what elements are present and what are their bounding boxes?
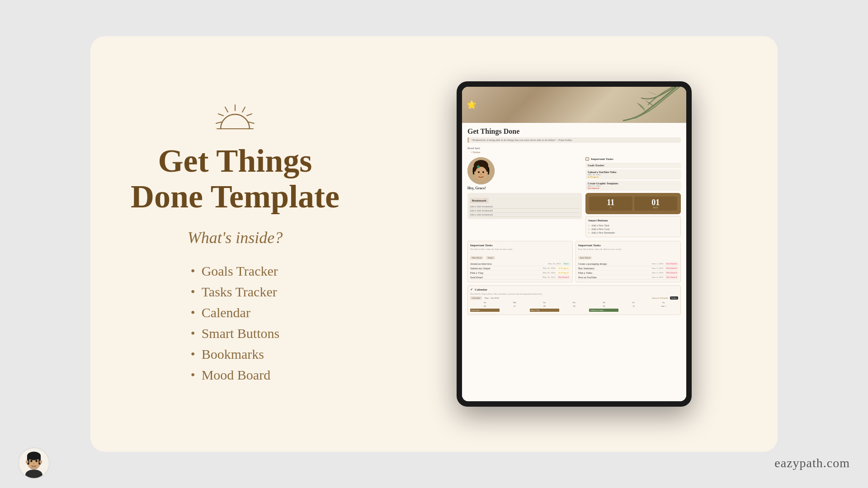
svg-point-23	[30, 460, 33, 462]
sun-emoji: 🌟	[467, 100, 476, 110]
svg-line-1	[225, 107, 228, 112]
cal-header-tu: Tu	[530, 301, 559, 304]
right-col: ✓ Important Tasks Goals Tracker Upload a…	[585, 157, 681, 237]
right-panel: 🌟 Get Things Done "Productivity is being…	[380, 36, 778, 452]
list-item-smart: Smart Buttons	[191, 323, 279, 344]
list-item-calendar: Calendar	[191, 302, 279, 323]
smart-buttons-section: Smart Buttons Add a New Task Add a New G…	[585, 216, 681, 237]
svg-line-2	[218, 114, 223, 116]
task-row-email: Send Email May 26, 2024 Not Started	[470, 275, 570, 280]
day-number: 11	[591, 198, 630, 206]
calendar-section: ✓ Calendar This Week's Tasks (Note: This…	[467, 285, 681, 315]
bookmark-item-1[interactable]: Add a link bookmark	[470, 205, 580, 209]
this-week-filter[interactable]: This Week	[470, 256, 483, 259]
task-ns-1: Not Started	[665, 262, 678, 265]
task-item-goals-tracker: Goals Tracker	[588, 164, 679, 167]
notion-link[interactable]: • Notion	[467, 151, 681, 154]
task-row-packaging: Create a packaging design June 1, 2024 N…	[578, 262, 678, 266]
this-week-title: Important Tasks	[470, 244, 570, 247]
date-widget: 11 Fr 01 MAY	[585, 193, 681, 214]
today-button[interactable]: Today	[670, 296, 678, 300]
list-item-goals: Goals Tracker	[191, 261, 279, 282]
cal-empty-1	[500, 308, 529, 312]
open-in-calendar-link[interactable]: Open in Calendar	[652, 297, 668, 299]
cal-event-submit: Submit my Output	[589, 308, 618, 312]
task-status-progress2: In Progress	[557, 271, 570, 274]
month-number: 01	[636, 198, 675, 206]
avatar-image	[467, 157, 495, 184]
svg-rect-26	[30, 467, 38, 469]
svg-point-13	[482, 171, 484, 173]
cal-event-film: Film a Vlog	[530, 308, 559, 312]
month-box: 01 MAY	[634, 197, 677, 211]
tablet-header-image: 🌟	[462, 87, 686, 123]
cal-day-28: 28	[530, 305, 559, 308]
main-title: Get Things Done Template	[131, 143, 340, 215]
list-item-tasks: Tasks Tracker	[191, 282, 279, 302]
task-1-status: In Progress	[588, 176, 679, 178]
cal-day-31: 31	[619, 305, 648, 308]
bookmark-item-3[interactable]: Add a link bookmark	[470, 213, 580, 217]
task-row-stationery: Buy Stationery June 3, 2024 Not Started	[578, 266, 678, 271]
svg-point-24	[35, 460, 38, 462]
avatar-section: Hey, Grace!	[467, 157, 499, 190]
svg-line-4	[247, 114, 252, 116]
list-item-mood: Mood Board	[191, 365, 279, 385]
smart-btn-new-goal[interactable]: Add a New Goal	[588, 227, 678, 231]
task-ns-3: Not Started	[665, 271, 678, 274]
cal-day-30: 30	[589, 305, 618, 308]
svg-line-3	[242, 107, 245, 112]
svg-line-6	[249, 122, 254, 123]
bookmark-item-2[interactable]: Add a link bookmark	[470, 209, 580, 213]
next-week-filter[interactable]: Next Week	[578, 256, 592, 259]
tablet-device: 🌟 Get Things Done "Productivity is being…	[457, 81, 692, 407]
cal-header-th: Th	[589, 301, 618, 304]
palm-leaf-icon	[609, 87, 686, 123]
svg-line-5	[216, 122, 222, 123]
smart-btn-new-task[interactable]: Add a New Task	[588, 224, 678, 227]
smart-buttons-title: Smart Buttons	[588, 219, 678, 222]
task-ns-4: Not Started	[665, 276, 678, 279]
task-row-film: Film a Vlog May 26, 2024 In Progress	[470, 271, 570, 275]
task-ns-2: Not Started	[665, 267, 678, 270]
cal-event-send-email: Send Email	[470, 308, 500, 312]
list-item-bookmarks: Bookmarks	[191, 344, 279, 365]
svg-point-21	[26, 460, 28, 464]
calendar-month-range: May - Jun 2024	[485, 297, 499, 299]
calendar-chip[interactable]: Calendar	[470, 296, 482, 300]
cal-header-fr: Fr	[619, 301, 648, 304]
task-status-notstarted: Not Started	[557, 276, 570, 279]
left-panel: Get Things Done Template What's inside? …	[90, 36, 380, 452]
task-2-status: Not Started	[588, 187, 679, 189]
task-row-video: Film a Video June 3, 2024 Not Started	[578, 271, 678, 275]
task-row-submit: Submit my Output May 26, 2024 In Progres…	[470, 266, 570, 271]
cal-day-27: 27	[500, 305, 529, 308]
main-card: Get Things Done Template What's inside? …	[90, 36, 778, 452]
calendar-subtitle: This Week's Tasks (Note: This calendar i…	[470, 293, 678, 295]
this-week-subtitle: This Week (Note: filter the Task for thi…	[470, 248, 570, 250]
notion-page-title: Get Things Done	[467, 127, 681, 136]
task-status-progress: In Progress	[557, 267, 570, 270]
smart-btn-new-reminder[interactable]: Add a New Reminder	[588, 231, 678, 235]
cal-empty-2	[560, 308, 589, 312]
task-status-done: Done	[562, 262, 570, 265]
quote-bar: "Productivity is being able to do things…	[467, 137, 681, 143]
cal-day-29: 29	[560, 305, 589, 308]
tasks-section: ✓ Important Tasks Goals Tracker Upload a…	[585, 157, 681, 191]
month-label: MAY	[636, 206, 675, 209]
feature-list: Goals Tracker Tasks Tracker Calendar Sma…	[191, 261, 279, 385]
svg-point-15	[477, 165, 480, 168]
task-item-1: Upload a YouTube Video May 26, 2024 In P…	[585, 169, 681, 179]
bookmark-section: Bookmark Add a link bookmark Add a link …	[467, 193, 582, 219]
creator-avatar	[18, 447, 50, 479]
sun-icon	[212, 103, 258, 134]
cal-empty-4	[649, 308, 678, 312]
cal-header-su: Su	[470, 301, 500, 304]
task-item-2: Create Graphic Templates May 27, 2024 No…	[585, 181, 681, 191]
svg-point-25	[33, 463, 35, 465]
task-filter-chip[interactable]: Tasks	[486, 256, 495, 259]
cal-header-sa: Sa	[649, 301, 678, 304]
next-week-title: Important Tasks	[578, 244, 678, 247]
bottom-tasks-section: Important Tasks This Week (Note: filter …	[467, 241, 681, 282]
cal-day-26: 26	[470, 305, 500, 308]
